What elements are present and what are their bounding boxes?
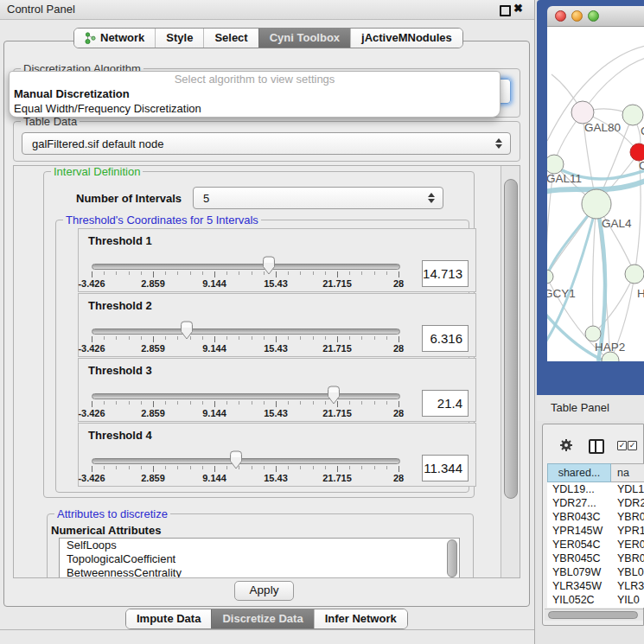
list-scrollbar-thumb[interactable] <box>447 539 457 577</box>
network-graph: GAL80GCGAL11GAL4GCY1HHAP2 <box>547 27 644 361</box>
slider-track[interactable] <box>92 328 400 335</box>
column-header-name[interactable]: na <box>611 463 644 482</box>
slider-minor-tick <box>264 401 265 405</box>
table-row[interactable]: YBL079WYBL0 <box>547 565 644 579</box>
threshold-value-field[interactable]: 6.316 <box>422 325 469 352</box>
number-of-intervals-combobox[interactable]: 5 <box>193 187 443 209</box>
network-node-c[interactable] <box>630 143 644 161</box>
network-node-hap2[interactable] <box>585 326 601 341</box>
numerical-attributes-label: Numerical Attributes <box>51 524 161 537</box>
slider-thumb[interactable] <box>327 386 341 405</box>
numerical-attributes-list[interactable]: SelfLoopsTopologicalCoefficientBetweenne… <box>59 538 460 578</box>
table-row[interactable]: YER054CYER0 <box>547 538 644 552</box>
network-node-gal11[interactable] <box>547 155 564 174</box>
table-row[interactable]: YPR145WYPR1 <box>547 524 644 538</box>
slider-minor-tick <box>116 466 117 469</box>
slider-track[interactable] <box>92 393 400 399</box>
slider-minor-tick <box>239 336 239 340</box>
slider-thumb[interactable] <box>180 321 194 340</box>
bottom-tab-impute-data[interactable]: Impute Data <box>126 609 211 628</box>
checkbox-icon[interactable]: ✓ <box>628 441 637 450</box>
algorithm-option[interactable]: Manual Discretization <box>10 86 500 101</box>
table-cell-name[interactable]: YBR0 <box>611 552 644 565</box>
tab-network[interactable]: Network <box>74 29 155 48</box>
minimize-light-icon[interactable] <box>571 10 583 22</box>
bottom-tab-infer-network[interactable]: Infer Network <box>314 609 407 628</box>
slider-tick-label: -3.426 <box>70 278 113 289</box>
table-cell-shared-name[interactable]: YBL079W <box>547 565 611 579</box>
slider-minor-tick <box>129 466 130 469</box>
gear-icon[interactable] <box>559 438 573 452</box>
attribute-list-item[interactable]: SelfLoops <box>60 539 459 552</box>
zoom-light-icon[interactable] <box>588 10 599 22</box>
slider-thumb[interactable] <box>229 450 243 469</box>
slider-minor-tick <box>300 401 301 405</box>
slider-major-tick <box>337 466 338 472</box>
slider-thumb[interactable] <box>262 256 276 275</box>
table-cell-shared-name[interactable]: YIL052C <box>547 593 611 607</box>
split-columns-icon[interactable] <box>589 439 604 454</box>
threshold-value-field[interactable]: 21.4 <box>422 390 469 417</box>
table-cell-name[interactable]: YPR1 <box>611 524 644 538</box>
tab-style[interactable]: Style <box>155 29 203 48</box>
table-cell-shared-name[interactable]: YPR145W <box>547 524 611 538</box>
tab-cyni-toolbox[interactable]: Cyni Toolbox <box>258 29 350 48</box>
table-cell-shared-name[interactable]: YBR045C <box>547 552 611 565</box>
float-window-icon[interactable] <box>500 5 511 16</box>
network-node-label: GAL11 <box>547 172 582 185</box>
checkbox-icon[interactable]: ✓ <box>617 441 627 450</box>
table-row[interactable]: YLR345WYLR3 <box>547 579 644 593</box>
network-node-gal4[interactable] <box>582 189 611 219</box>
slider-minor-tick <box>386 466 387 469</box>
table-cell-shared-name[interactable]: YLR345W <box>547 579 611 593</box>
slider-tick-label: -3.426 <box>70 408 113 418</box>
table-row[interactable]: YBR043CYBR0 <box>547 510 644 524</box>
network-node-g[interactable] <box>622 105 643 125</box>
attribute-list-item[interactable]: TopologicalCoefficient <box>60 552 459 566</box>
settings-scrollbar[interactable] <box>501 166 520 577</box>
table-cell-name[interactable]: YER0 <box>611 538 644 552</box>
table-row[interactable]: YDL19...YDL1 <box>547 482 644 496</box>
column-header-shared-name[interactable]: shared... <box>547 463 611 482</box>
table-cell-name[interactable]: YBR0 <box>611 510 644 524</box>
slider-minor-tick <box>202 401 203 405</box>
table-row[interactable]: YIL052CYIL0 <box>547 593 644 607</box>
table-row[interactable]: YDR27...YDR2 <box>547 496 644 510</box>
slider-track[interactable] <box>92 264 400 270</box>
network-canvas[interactable]: GAL80GCGAL11GAL4GCY1HHAP2 <box>547 27 644 361</box>
table-cell-shared-name[interactable]: YER054C <box>547 538 611 552</box>
attribute-list-item[interactable]: BetweennessCentrality <box>60 566 459 578</box>
table-cell-name[interactable]: YBL0 <box>611 565 644 579</box>
node-table[interactable]: YDL19...YDL1YDR27...YDR2YBR043CYBR0YPR14… <box>547 482 644 608</box>
slider-minor-tick <box>252 271 252 275</box>
settings-scrollbar-thumb[interactable] <box>504 179 518 499</box>
threshold-value-field[interactable]: 14.713 <box>422 260 469 287</box>
table-row[interactable]: YBR045CYBR0 <box>547 552 644 565</box>
table-cell-name[interactable]: YDL1 <box>611 482 644 496</box>
close-light-icon[interactable] <box>555 10 566 22</box>
table-cell-shared-name[interactable]: YBR043C <box>547 510 611 524</box>
table-cell-shared-name[interactable]: YDL19... <box>547 482 611 496</box>
apply-button[interactable]: Apply <box>234 581 294 601</box>
slider-minor-tick <box>202 336 203 340</box>
network-node-h[interactable] <box>625 265 644 284</box>
table-cell-name[interactable]: YLR3 <box>611 579 644 593</box>
slider-minor-tick <box>190 466 191 469</box>
slider-minor-tick <box>116 271 117 275</box>
threshold-label: Threshold 4 <box>88 429 152 442</box>
algorithm-option[interactable]: Equal Width/Frequency Discretization <box>10 101 500 116</box>
slider-minor-tick <box>361 466 362 469</box>
bottom-tab-discretize-data[interactable]: Discretize Data <box>211 609 313 628</box>
tab-jactivemnodules[interactable]: jActiveMNodules <box>350 29 462 48</box>
close-icon[interactable]: ✖ <box>513 2 523 15</box>
slider-track[interactable] <box>92 458 400 464</box>
table-cell-name[interactable]: YDR2 <box>611 496 644 510</box>
network-node-gcy1[interactable] <box>547 270 553 284</box>
table-hscrollbar[interactable] <box>545 609 643 621</box>
table-hscrollbar-thumb[interactable] <box>548 611 638 619</box>
table-cell-name[interactable]: YIL0 <box>611 593 640 607</box>
threshold-value-field[interactable]: 11.344 <box>422 455 469 481</box>
table-data-combobox[interactable]: galFiltered.sif default node <box>22 132 511 155</box>
table-cell-shared-name[interactable]: YDR27... <box>547 496 611 510</box>
tab-select[interactable]: Select <box>203 29 258 48</box>
